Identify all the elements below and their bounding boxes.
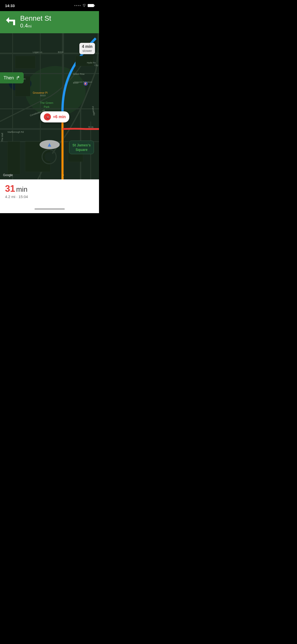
street-name: Bennet St	[20, 15, 51, 22]
svg-text:Logan Ln: Logan Ln	[33, 51, 42, 53]
home-bar	[35, 208, 65, 210]
turn-arrow-icon	[4, 15, 17, 29]
st-james-line2: Square	[72, 147, 91, 152]
svg-text:Crescent Petroleum: Crescent Petroleum	[74, 81, 92, 83]
svg-text:Pall: Pall	[61, 174, 64, 179]
svg-text:Marlborough Rd: Marlborough Rd	[8, 131, 24, 133]
navigation-arrow-icon: ▲	[47, 141, 53, 148]
svg-text:The Mall: The Mall	[1, 133, 4, 142]
svg-point-23	[45, 152, 54, 161]
alt-route-label: slower	[82, 49, 92, 53]
traffic-badge[interactable]: 🚗 +6 min	[40, 111, 69, 122]
svg-rect-21	[8, 142, 20, 174]
status-time: 14:33	[5, 4, 15, 8]
svg-text:B319: B319	[58, 51, 63, 53]
location-oval: ▲	[40, 140, 60, 149]
eta-minutes: 31	[5, 183, 15, 194]
svg-text:Park: Park	[44, 105, 50, 108]
st-james-square-label: St James's Square	[69, 141, 94, 154]
status-icons	[74, 4, 94, 8]
alt-route-time: 4 min	[82, 44, 92, 49]
svg-text:B310: B310	[40, 94, 46, 97]
google-watermark: Google	[3, 173, 13, 177]
eta-row: 31 min	[5, 183, 94, 194]
svg-text:Hyde Pa: Hyde Pa	[87, 61, 96, 64]
traffic-delay: +6 min	[53, 115, 66, 119]
then-label: Then	[4, 75, 14, 81]
wifi-icon	[82, 4, 86, 8]
home-indicator	[0, 205, 99, 213]
svg-text:Grosvenor Pl: Grosvenor Pl	[33, 91, 47, 94]
map-svg: ⛽ Belgrave Pl B310 B310 B319 Logan Ln Wi…	[0, 33, 99, 179]
then-banner: Then ↱	[0, 72, 24, 83]
alt-route-badge[interactable]: 4 min slower	[79, 43, 95, 54]
svg-text:City: City	[94, 64, 98, 67]
eta-separator: ·	[16, 195, 17, 199]
battery-icon	[88, 4, 94, 7]
svg-text:St Ja: St Ja	[88, 126, 93, 128]
svg-rect-16	[15, 56, 35, 69]
eta-arrival: 15:04	[18, 195, 28, 199]
svg-text:Wilton Row: Wilton Row	[73, 73, 85, 75]
signal-icon	[74, 5, 81, 6]
eta-distance: 4.2 mi	[5, 195, 15, 199]
location-marker: ▲	[40, 140, 60, 149]
svg-text:The Green: The Green	[40, 101, 53, 104]
then-arrow-icon: ↱	[16, 75, 20, 81]
eta-min-label: min	[16, 185, 27, 194]
st-james-line1: St James's	[72, 143, 91, 147]
distance: 0.4mi	[20, 22, 51, 29]
bottom-panel: 31 min 4.2 mi · 15:04	[0, 179, 99, 205]
eta-details: 4.2 mi · 15:04	[5, 195, 94, 199]
nav-header: Bennet St 0.4mi	[0, 11, 99, 33]
status-bar: 14:33	[0, 0, 99, 11]
map-area[interactable]: ⛽ Belgrave Pl B310 B310 B319 Logan Ln Wi…	[0, 33, 99, 179]
nav-info: Bennet St 0.4mi	[20, 15, 51, 29]
svg-rect-18	[76, 56, 93, 66]
traffic-car-icon: 🚗	[44, 113, 51, 120]
